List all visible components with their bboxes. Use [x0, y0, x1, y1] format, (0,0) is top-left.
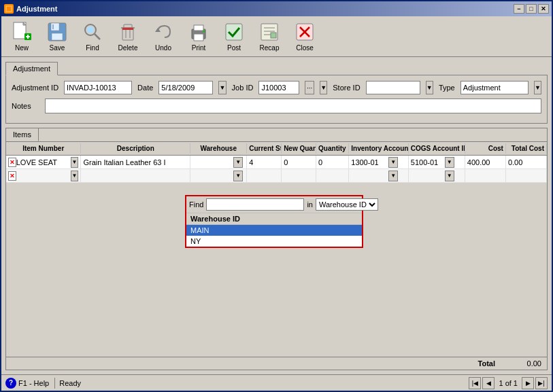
row1-qty-diff-cell: 0: [316, 156, 349, 168]
dropdown-item-ny[interactable]: NY: [186, 236, 362, 247]
row1-warehouse-dropdown[interactable]: ▼: [233, 157, 243, 168]
row2-item-dropdown[interactable]: ▼: [71, 171, 79, 181]
nav-page-info: 1 of 1: [496, 379, 520, 387]
row2-item-cell: ✕ ▼: [6, 169, 81, 182]
col-header-new-quantity: New Quantity: [282, 143, 316, 154]
svg-rect-8: [51, 23, 59, 31]
job-id-dropdown-button[interactable]: ▼: [320, 81, 327, 94]
title-bar: Adjustment − □ ✕: [1, 1, 552, 16]
type-input[interactable]: [460, 81, 529, 94]
maximize-button[interactable]: □: [526, 4, 537, 14]
row1-total-cost-cell: 0.00: [506, 156, 547, 168]
row2-item-input[interactable]: [16, 172, 71, 180]
save-button[interactable]: Save: [41, 19, 73, 54]
row1-inv-acct-dropdown[interactable]: ▼: [388, 157, 398, 168]
date-label: Date: [137, 84, 153, 92]
form-panel: Adjustment ID Date ▼ Job ID ··· ▼ Store …: [5, 75, 548, 124]
window-icon: [4, 4, 14, 14]
nav-next-button[interactable]: ▶: [522, 377, 534, 389]
help-section: ? F1 - Help: [5, 378, 55, 389]
items-section: Items Item Number Description Warehouse …: [5, 128, 548, 370]
job-id-ellipsis-button[interactable]: ···: [305, 81, 314, 94]
post-button[interactable]: Post: [218, 19, 250, 54]
close-toolbar-button[interactable]: Close: [288, 19, 321, 54]
svg-line-12: [95, 34, 100, 39]
row1-warehouse-input[interactable]: [192, 158, 233, 166]
row1-desc: Grain Italian Leather 63 I: [83, 158, 165, 166]
row1-total-cost: 0.00: [508, 158, 522, 166]
find-label: Find: [86, 44, 99, 52]
nav-last-button[interactable]: ▶|: [535, 377, 548, 389]
row2-total-cost-cell: [506, 169, 547, 182]
col-header-item: Item Number: [6, 143, 81, 154]
minimize-button[interactable]: −: [514, 4, 524, 14]
row1-warehouse-cell: ▼: [190, 156, 247, 168]
row2-warehouse-dropdown[interactable]: ▼: [233, 171, 243, 181]
row2-cogs-cell: ▼: [409, 169, 465, 182]
svg-rect-24: [203, 31, 205, 32]
undo-icon: [152, 21, 174, 43]
row1-delete-button[interactable]: ✕: [8, 158, 16, 167]
type-label: Type: [439, 84, 455, 92]
col-header-qty-diff: Quantity Diff.: [316, 143, 349, 154]
row1-item-input[interactable]: [16, 158, 71, 166]
adjustment-id-label: Adjustment ID: [12, 84, 58, 92]
undo-label: Undo: [155, 44, 171, 52]
store-id-dropdown-button[interactable]: ▼: [426, 81, 433, 94]
table-row: ✕ ▼ Grain Italian Leather 63 I ▼ 4: [6, 156, 547, 169]
delete-button[interactable]: Delete: [112, 19, 144, 54]
row1-cogs-dropdown[interactable]: ▼: [445, 157, 454, 168]
row2-cogs-dropdown[interactable]: ▼: [445, 171, 454, 181]
svg-rect-25: [226, 24, 242, 40]
adjustment-tab[interactable]: Adjustment: [5, 62, 58, 75]
print-button[interactable]: Print: [182, 19, 215, 54]
date-dropdown-button[interactable]: ▼: [218, 81, 226, 94]
row2-inv-acct-cell: ▼: [349, 169, 409, 182]
window-close-button[interactable]: ✕: [538, 4, 549, 14]
row2-cogs-input[interactable]: [411, 172, 445, 180]
row1-qty-diff: 0: [318, 158, 322, 166]
dropdown-in-field-select[interactable]: Warehouse ID: [316, 198, 378, 211]
new-icon: [11, 21, 33, 43]
new-button[interactable]: New: [5, 19, 38, 54]
close-label: Close: [296, 44, 314, 52]
row1-desc-cell: Grain Italian Leather 63 I: [81, 156, 190, 168]
row2-warehouse-input[interactable]: [192, 172, 233, 180]
total-row: Total 0.00: [6, 357, 547, 370]
row2-qty-diff-cell: [316, 169, 349, 182]
job-id-input[interactable]: [258, 81, 299, 94]
row2-delete-button[interactable]: ✕: [8, 171, 16, 181]
print-label: Print: [192, 44, 206, 52]
find-button[interactable]: Find: [76, 19, 109, 54]
row1-inv-acct-input[interactable]: [351, 158, 388, 166]
find-icon: [82, 21, 103, 43]
row1-item-dropdown[interactable]: ▼: [71, 157, 79, 168]
notes-input[interactable]: [45, 99, 541, 113]
type-dropdown-button[interactable]: ▼: [534, 81, 541, 94]
toolbar: New Save Find: [1, 16, 552, 57]
row1-cogs-cell: ▼: [409, 156, 465, 168]
store-id-label: Store ID: [333, 84, 360, 92]
row2-warehouse-cell: ▼: [190, 169, 247, 182]
svg-rect-9: [52, 33, 63, 40]
nav-controls: |◀ ◀ 1 of 1 ▶ ▶|: [469, 377, 548, 389]
row1-cost: 400.00: [467, 158, 490, 166]
store-id-input[interactable]: [366, 81, 420, 94]
dropdown-find-input[interactable]: [206, 198, 304, 211]
nav-prev-button[interactable]: ◀: [482, 377, 495, 389]
date-input[interactable]: [158, 81, 213, 94]
adjustment-id-input[interactable]: [64, 81, 132, 94]
row1-current-stock: 4: [249, 158, 253, 166]
row2-inv-acct-dropdown[interactable]: ▼: [388, 171, 398, 181]
undo-button[interactable]: Undo: [147, 19, 180, 54]
recap-button[interactable]: Recap: [253, 19, 286, 54]
in-label: in: [307, 200, 313, 209]
svg-marker-20: [155, 28, 161, 32]
svg-rect-22: [194, 25, 203, 31]
nav-first-button[interactable]: |◀: [469, 377, 481, 389]
row1-cogs-input[interactable]: [411, 158, 445, 166]
dropdown-item-main[interactable]: MAIN: [186, 225, 362, 236]
dropdown-column-header: Warehouse ID: [186, 213, 362, 225]
items-tab[interactable]: Items: [6, 128, 39, 141]
row2-inv-acct-input[interactable]: [351, 172, 388, 180]
